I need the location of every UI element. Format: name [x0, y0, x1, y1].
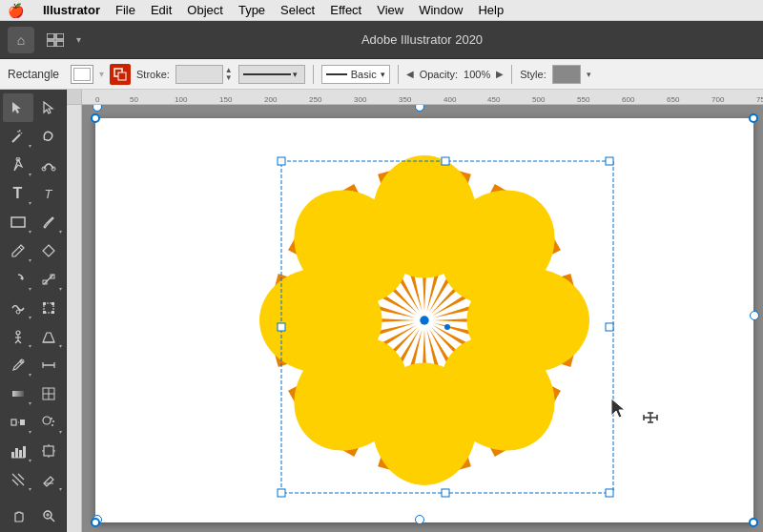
- menu-window[interactable]: Window: [419, 3, 463, 17]
- layout-button[interactable]: [42, 27, 69, 53]
- tool-curvature[interactable]: [33, 151, 64, 179]
- ruler-marks-horizontal: 0 50 100 150 200 250 300 350 400 450 500…: [82, 90, 763, 105]
- tool-row-7: ▾ ▾: [0, 265, 66, 294]
- tool-row-12: ▾ ▾: [0, 408, 66, 437]
- transform-icon[interactable]: [110, 64, 131, 85]
- svg-rect-46: [11, 452, 14, 458]
- tool-eraser[interactable]: ▾: [33, 465, 64, 494]
- svg-marker-16: [20, 276, 23, 280]
- layout-chevron[interactable]: ▾: [76, 34, 81, 45]
- tool-slice[interactable]: ▾: [3, 465, 33, 494]
- svg-line-28: [15, 340, 18, 343]
- tool-shaper[interactable]: [33, 236, 64, 265]
- layout-icon: [47, 33, 64, 47]
- handle-tl[interactable]: [91, 113, 100, 123]
- stroke-controls: ▲ ▼: [175, 65, 233, 84]
- menu-view[interactable]: View: [377, 3, 403, 17]
- style-chevron[interactable]: ▾: [587, 70, 591, 79]
- svg-line-29: [18, 340, 21, 343]
- tool-eyedropper[interactable]: ▾: [3, 351, 33, 379]
- svg-rect-14: [11, 217, 25, 227]
- prev-arrow[interactable]: ◀: [406, 69, 414, 79]
- tool-row-11: ▾: [0, 379, 66, 408]
- next-arrow[interactable]: ▶: [496, 69, 504, 79]
- tool-hand[interactable]: [3, 501, 33, 530]
- tool-column-graph[interactable]: ▾: [3, 437, 33, 465]
- stroke-dropdown[interactable]: ▾: [238, 65, 305, 84]
- tool-warp[interactable]: ▾: [3, 294, 33, 322]
- svg-rect-5: [118, 72, 126, 80]
- menu-file[interactable]: File: [115, 3, 135, 17]
- tool-select[interactable]: [3, 93, 33, 122]
- menu-select[interactable]: Select: [280, 3, 315, 17]
- tool-lasso[interactable]: [33, 122, 64, 151]
- divider-3: [511, 65, 512, 84]
- menu-bar: 🍎 Illustrator File Edit Object Type Sele…: [0, 0, 763, 21]
- divider-2: [398, 65, 399, 84]
- tool-measure[interactable]: [33, 351, 64, 379]
- tool-pen[interactable]: ▾: [3, 151, 33, 179]
- svg-line-15: [19, 247, 22, 250]
- tool-type[interactable]: T ▾: [3, 179, 33, 208]
- svg-rect-21: [43, 302, 46, 305]
- tool-direct-select[interactable]: [33, 93, 64, 122]
- svg-rect-1: [56, 33, 64, 39]
- svg-line-6: [12, 134, 20, 142]
- opacity-label: Opacity:: [420, 69, 458, 80]
- tool-mesh[interactable]: [33, 379, 64, 408]
- stroke-spinners[interactable]: ▲ ▼: [225, 67, 233, 82]
- tool-gradient[interactable]: ▾: [3, 379, 33, 408]
- fill-chevron[interactable]: ▾: [99, 69, 104, 79]
- shape-label: Rectangle: [8, 68, 65, 81]
- svg-point-45: [52, 424, 53, 426]
- menu-illustrator[interactable]: Illustrator: [43, 3, 100, 17]
- basic-chevron[interactable]: ▾: [381, 70, 385, 79]
- menu-effect[interactable]: Effect: [330, 3, 361, 17]
- tool-magic-wand[interactable]: ▾: [3, 122, 33, 151]
- home-button[interactable]: ⌂: [8, 27, 34, 53]
- svg-rect-39: [11, 419, 16, 425]
- flower-svg[interactable]: [95, 118, 753, 522]
- svg-point-25: [16, 331, 20, 335]
- brush-dropdown[interactable]: Basic ▾: [321, 65, 390, 84]
- stroke-value-input[interactable]: [175, 65, 223, 84]
- svg-rect-49: [23, 446, 26, 458]
- menu-type[interactable]: Type: [238, 3, 265, 17]
- handle-br[interactable]: [749, 518, 758, 527]
- svg-point-43: [51, 418, 52, 419]
- tool-blend[interactable]: ▾: [3, 408, 33, 437]
- toolbar-top: ⌂ ▾ Adobe Illustrator 2020: [0, 21, 763, 59]
- tool-puppet-warp[interactable]: ▾: [3, 322, 33, 351]
- tool-pencil[interactable]: ▾: [3, 236, 33, 265]
- tool-artboard[interactable]: [33, 437, 64, 465]
- tool-rectangle[interactable]: ▾: [3, 208, 33, 236]
- svg-rect-0: [47, 33, 54, 39]
- tool-row-6: ▾: [0, 236, 66, 265]
- tool-perspective[interactable]: ▾: [33, 322, 64, 351]
- tool-paintbrush[interactable]: ▾: [33, 208, 64, 236]
- tool-touch-type[interactable]: T: [33, 179, 64, 208]
- control-bar: Rectangle ▾ Stroke: ▲ ▼ ▾ Basic ▾ ◀ Opac…: [0, 59, 763, 90]
- tool-zoom[interactable]: [33, 501, 64, 530]
- tool-scale[interactable]: ▾: [33, 265, 64, 294]
- menu-object[interactable]: Object: [187, 3, 223, 17]
- artboard-handle-bc[interactable]: [415, 515, 424, 524]
- handle-tr[interactable]: [749, 113, 758, 123]
- tool-free-transform[interactable]: [33, 294, 64, 322]
- divider-1: [313, 65, 314, 84]
- handle-bl[interactable]: [91, 518, 100, 527]
- tool-row-10: ▾: [0, 351, 66, 379]
- apple-menu[interactable]: 🍎: [8, 3, 24, 18]
- svg-point-44: [52, 420, 54, 422]
- menu-help[interactable]: Help: [478, 3, 504, 17]
- stroke-down[interactable]: ▼: [225, 74, 233, 82]
- tool-symbol-sprayer[interactable]: ▾: [33, 408, 64, 437]
- svg-point-93: [420, 316, 428, 324]
- svg-point-10: [19, 132, 20, 133]
- menu-edit[interactable]: Edit: [151, 3, 172, 17]
- style-box[interactable]: [552, 65, 581, 84]
- fill-color-box[interactable]: [71, 65, 93, 84]
- tool-rotate[interactable]: ▾: [3, 265, 33, 294]
- artboard-handle-mr[interactable]: [750, 311, 759, 320]
- tool-row-2: ▾: [0, 122, 66, 151]
